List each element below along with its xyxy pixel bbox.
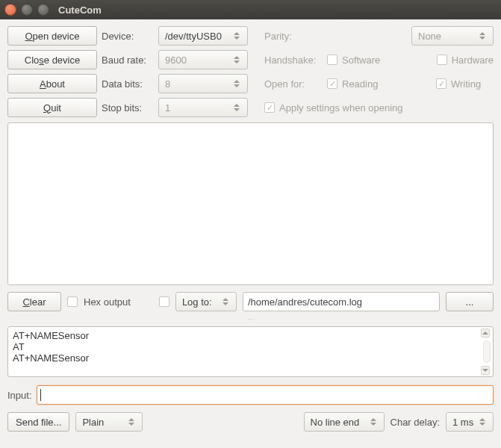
openfor-label: Open for:	[264, 78, 323, 90]
minimize-icon[interactable]	[21, 4, 33, 16]
scroll-up-icon[interactable]	[481, 329, 490, 337]
device-value: /dev/ttyUSB0	[165, 31, 222, 42]
history-line: AT+NAMESensor	[13, 352, 488, 364]
device-combo[interactable]: /dev/ttyUSB0	[158, 26, 248, 46]
stopbits-value: 1	[165, 102, 170, 113]
history-line: AT+NAMESensor	[13, 330, 488, 341]
chardelay-label: Char delay:	[390, 417, 440, 428]
logto-combo[interactable]: Log to:	[175, 292, 237, 311]
parity-combo: None	[411, 26, 494, 46]
apply-checkbox	[264, 102, 275, 113]
lineend-combo[interactable]: No line end	[304, 412, 385, 432]
output-area[interactable]	[7, 122, 494, 285]
titlebar: CuteCom	[0, 0, 501, 19]
scroll-down-icon[interactable]	[481, 366, 490, 375]
hardware-label: Hardware	[452, 55, 494, 66]
databits-value: 8	[165, 78, 170, 90]
writing-label: Writing	[451, 78, 494, 90]
parity-label: Parity:	[264, 31, 323, 42]
history-line: AT	[13, 341, 488, 352]
browse-button[interactable]: ...	[446, 292, 494, 311]
device-label: Device:	[102, 31, 154, 42]
encoding-combo[interactable]: Plain	[75, 412, 143, 432]
scroll-track[interactable]	[483, 340, 491, 363]
hardware-checkbox	[437, 55, 447, 65]
hexout-label: Hex output	[84, 296, 131, 308]
chardelay-combo[interactable]: 1 ms	[446, 412, 494, 432]
writing-checkbox	[436, 78, 446, 89]
reading-checkbox	[327, 78, 337, 89]
open-device-button[interactable]: Open device	[7, 26, 97, 46]
databits-label: Data bits:	[102, 78, 154, 90]
chardelay-value: 1 ms	[452, 417, 473, 428]
logto-label: Log to:	[182, 296, 212, 308]
clear-button[interactable]: Clear	[7, 292, 61, 311]
reading-label: Reading	[342, 78, 378, 90]
apply-label: Apply settings when opening	[279, 102, 403, 113]
scrollbar[interactable]	[481, 329, 491, 375]
close-device-button[interactable]: Close device	[7, 50, 97, 69]
input-field[interactable]	[37, 385, 494, 405]
about-button[interactable]: About	[7, 74, 97, 93]
window-title: CuteCom	[58, 4, 102, 16]
close-icon[interactable]	[4, 4, 16, 16]
baud-label: Baud rate:	[102, 55, 154, 66]
logfile-value: /home/andres/cutecom.log	[248, 296, 362, 308]
hexout-checkbox[interactable]	[67, 296, 78, 307]
parity-value: None	[418, 31, 441, 42]
input-label: Input:	[7, 390, 32, 401]
baud-combo: 9600	[158, 50, 248, 69]
encoding-value: Plain	[82, 417, 104, 428]
send-file-button[interactable]: Send file...	[7, 412, 69, 432]
stopbits-label: Stop bits:	[102, 102, 154, 113]
software-label: Software	[342, 55, 380, 66]
lineend-value: No line end	[311, 417, 360, 428]
history-area[interactable]: AT+NAMESensor AT AT+NAMESensor	[7, 326, 494, 377]
logfile-field[interactable]: /home/andres/cutecom.log	[243, 292, 440, 311]
quit-button[interactable]: Quit	[7, 98, 97, 117]
separator: ···	[7, 315, 494, 323]
baud-value: 9600	[165, 55, 187, 66]
databits-combo: 8	[158, 74, 248, 93]
software-checkbox	[327, 55, 337, 65]
text-cursor	[40, 389, 41, 401]
stopbits-combo: 1	[158, 98, 248, 117]
handshake-label: Handshake:	[264, 55, 323, 66]
logto-checkbox[interactable]	[159, 296, 169, 307]
maximize-icon[interactable]	[37, 4, 49, 16]
